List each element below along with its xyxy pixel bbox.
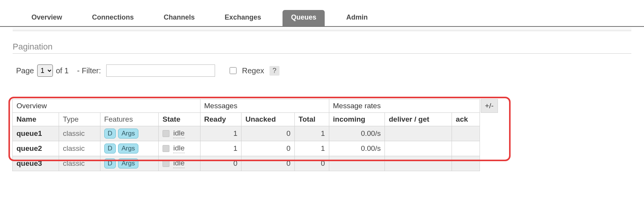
feature-badge: Args [118, 144, 138, 154]
queue-incoming [329, 156, 385, 171]
column-group: Overview [13, 99, 200, 113]
column-header[interactable]: incoming [329, 113, 385, 126]
column-header[interactable]: Total [294, 113, 329, 126]
column-header[interactable]: ack [452, 113, 480, 126]
queue-name-link[interactable]: queue3 [13, 156, 59, 171]
pagination-heading: Pagination [13, 42, 631, 54]
tab-exchanges[interactable]: Exchanges [216, 10, 269, 26]
state-indicator-icon [163, 130, 169, 137]
filter-input[interactable] [106, 64, 215, 77]
page-label: Page [16, 66, 34, 75]
column-header[interactable]: State [159, 113, 200, 126]
state-text: idle [173, 129, 185, 138]
queue-state: idle [159, 156, 200, 171]
queue-incoming: 0.00/s [329, 126, 385, 141]
queue-unacked: 0 [242, 141, 294, 156]
feature-badge: D [104, 158, 116, 168]
state-text: idle [173, 159, 185, 168]
column-header[interactable]: Ready [200, 113, 242, 126]
column-group: Messages [200, 99, 329, 113]
queue-ack [452, 156, 480, 171]
table-row: queue1classicDArgsidle1010.00/s [13, 126, 480, 141]
queue-state: idle [159, 126, 200, 141]
tab-channels[interactable]: Channels [155, 10, 203, 26]
queue-total: 1 [294, 126, 329, 141]
nav-tabs: OverviewConnectionsChannelsExchangesQueu… [0, 0, 644, 27]
regex-label: Regex [242, 66, 264, 75]
column-header[interactable]: Name [13, 113, 59, 126]
queue-unacked: 0 [242, 126, 294, 141]
queue-type: classic [59, 156, 100, 171]
columns-toggle-button[interactable]: +/- [481, 99, 498, 113]
queue-state: idle [159, 141, 200, 156]
table-row: queue2classicDArgsidle1010.00/s [13, 141, 480, 156]
column-group: Message rates [329, 99, 480, 113]
section-divider [13, 27, 631, 31]
queue-unacked: 0 [242, 156, 294, 171]
queue-deliver-get [385, 156, 452, 171]
queue-deliver-get [385, 141, 452, 156]
queues-table: OverviewMessagesMessage rates NameTypeFe… [12, 99, 480, 171]
queue-name-link[interactable]: queue1 [13, 126, 59, 141]
tab-admin[interactable]: Admin [338, 10, 376, 26]
state-text: idle [173, 144, 185, 153]
column-header[interactable]: Unacked [242, 113, 294, 126]
queues-table-container: +/- OverviewMessagesMessage rates NameTy… [12, 99, 495, 171]
queue-total: 0 [294, 156, 329, 171]
queue-deliver-get [385, 126, 452, 141]
filter-label: - Filter: [77, 66, 101, 75]
feature-badge: D [104, 129, 116, 139]
tab-queues[interactable]: Queues [283, 10, 325, 26]
table-row: queue3classicDArgsidle000 [13, 156, 480, 171]
queue-type: classic [59, 141, 100, 156]
queue-features: DArgs [100, 156, 158, 171]
column-header[interactable]: Features [100, 113, 158, 126]
queue-ack [452, 141, 480, 156]
pagination-controls: Page 1 of 1 - Filter: Regex ? [16, 64, 644, 77]
feature-badge: Args [118, 158, 138, 168]
state-indicator-icon [163, 160, 169, 167]
queue-name-link[interactable]: queue2 [13, 141, 59, 156]
state-indicator-icon [163, 145, 169, 152]
queue-ack [452, 126, 480, 141]
help-icon[interactable]: ? [269, 66, 279, 76]
feature-badge: Args [118, 129, 138, 139]
tab-connections[interactable]: Connections [84, 10, 142, 26]
queue-ready: 1 [200, 141, 242, 156]
page-of-label: of 1 [56, 66, 69, 75]
queue-features: DArgs [100, 126, 158, 141]
page-select[interactable]: 1 [37, 64, 53, 77]
regex-checkbox[interactable] [230, 67, 237, 74]
queue-incoming: 0.00/s [329, 141, 385, 156]
column-header[interactable]: deliver / get [385, 113, 452, 126]
queue-type: classic [59, 126, 100, 141]
feature-badge: D [104, 144, 116, 154]
queue-total: 1 [294, 141, 329, 156]
queue-ready: 0 [200, 156, 242, 171]
queue-ready: 1 [200, 126, 242, 141]
queue-features: DArgs [100, 141, 158, 156]
tab-overview[interactable]: Overview [23, 10, 71, 26]
column-header[interactable]: Type [59, 113, 100, 126]
